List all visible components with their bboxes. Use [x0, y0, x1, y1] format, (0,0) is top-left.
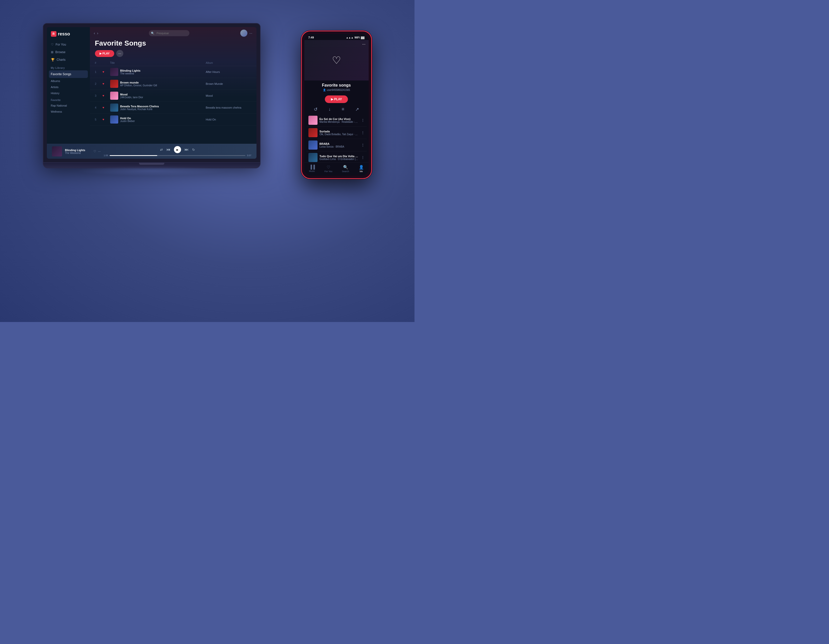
track-number: 2 [95, 82, 102, 85]
search-input[interactable] [149, 30, 189, 36]
table-row[interactable]: 3 ♥ Mood 24KGoldn, Iann Dior [90, 90, 257, 102]
phone-track-thumbnail [308, 116, 318, 125]
track-more-icon[interactable]: ⋮ [361, 118, 365, 122]
prev-button[interactable]: ⏮ [166, 147, 170, 152]
phone-track-name: Surtada [320, 130, 359, 133]
download-icon[interactable]: ↓ [328, 107, 331, 112]
table-row[interactable]: 5 ♥ Hold On Justin Bieber [90, 114, 257, 126]
phone-nav-music[interactable]: ▐▐ Music [309, 165, 315, 173]
col-album: Album [206, 61, 251, 64]
play-label: PLAY [102, 52, 110, 55]
np-controls: ⇄ ⏮ ▶ ⏭ ↻ 1:05 3:07 [104, 146, 251, 157]
np-more-icon[interactable]: ··· [98, 150, 101, 153]
track-number: 3 [95, 94, 102, 97]
playlist-more-button[interactable]: ··· [116, 50, 123, 57]
track-thumbnail [110, 115, 118, 124]
forward-button[interactable]: › [97, 31, 98, 35]
list-item[interactable]: BRABA Luísa Sonza · BRABA ⋮ [306, 139, 367, 151]
shuffle-icon[interactable]: ⇄ [160, 148, 163, 152]
phone-track-sub: Marília Mendonça · Realidade - Ao Vivo E… [320, 121, 359, 123]
logo: R resso [47, 31, 90, 41]
repeat-icon[interactable]: ↻ [192, 148, 195, 152]
phone-track-info: Eu Sei de Cor (Ao Vivo) Marília Mendonça… [320, 118, 359, 123]
phone-actions: ↺ ↓ ≡ ↗ [304, 104, 369, 114]
phone-track-name: Tudo Que Vai um Dia Volta (Ao... [320, 155, 359, 158]
track-info: Bewafa Tera Masoom Chehra Jubin Nautiyal… [110, 104, 206, 112]
progress-track[interactable] [110, 155, 245, 156]
history-icon[interactable]: ↺ [314, 107, 318, 112]
more-menu-button[interactable]: ··· [249, 31, 252, 35]
app-main: R resso ♡ For You ⊞ Browse [47, 27, 257, 144]
list-item[interactable]: Surtada Olk, Dadá Boladão, Tati Zaqui · … [306, 127, 367, 139]
favorite-icon[interactable]: ♥ [102, 82, 110, 85]
np-artist: The Weekend [65, 152, 90, 154]
track-number: 1 [95, 70, 102, 73]
favorite-icon[interactable]: ♥ [102, 70, 110, 74]
track-more-icon[interactable]: ⋮ [361, 156, 365, 159]
phone-nav-me-label: Me [359, 170, 363, 173]
sidebar-item-for-you[interactable]: ♡ For You [47, 41, 90, 48]
sidebar-label-favorite-songs: Favorite Songs [51, 72, 71, 76]
phone-track-info: BRABA Luísa Sonza · BRABA [320, 142, 359, 148]
hero-section: Favorite Songs ▶ PLAY ··· [90, 39, 257, 60]
track-more-icon[interactable]: ⋮ [361, 143, 365, 147]
phone-play-button[interactable]: ▶ PLAY [325, 95, 348, 103]
table-row[interactable]: 1 ♥ Blinding Lights The weeknd [90, 66, 257, 78]
sidebar-item-wellness[interactable]: Wellness [47, 109, 90, 115]
list-item[interactable]: Tudo Que Vai um Dia Volta (Ao... Gusttav… [306, 151, 367, 162]
np-play-button[interactable]: ▶ [174, 146, 181, 153]
share-icon[interactable]: ↗ [355, 107, 359, 112]
sidebar-item-rap-national[interactable]: Rap National [47, 102, 90, 109]
next-button[interactable]: ⏭ [184, 147, 189, 152]
track-album: Mood [206, 94, 251, 97]
filter-icon[interactable]: ≡ [342, 107, 344, 112]
logo-icon: R [51, 31, 57, 37]
table-row[interactable]: 2 ♥ Brown munde AP Dhillon, Gminxr, Guri… [90, 78, 257, 90]
phone-nav-foryou-label: For You [325, 170, 333, 173]
search-wrapper: 🔍 [149, 30, 189, 36]
favorite-icon[interactable]: ♥ [102, 106, 110, 109]
play-button[interactable]: ▶ PLAY [95, 50, 114, 57]
playlist-title: Favorite Songs [95, 39, 251, 47]
phone-nav-search[interactable]: 🔍 Search [342, 165, 349, 173]
track-name: Hold On [120, 117, 135, 120]
phone-track-info: Tudo Que Vai um Dia Volta (Ao... Gusttav… [320, 155, 359, 161]
phone-more-button[interactable]: ··· [362, 42, 366, 47]
col-title: Title [110, 61, 206, 64]
phone-track-sub: Luísa Sonza · BRABA [320, 145, 359, 148]
track-more-icon[interactable]: ⋮ [361, 131, 365, 135]
track-name: Blinding Lights [120, 69, 140, 72]
favorite-icon[interactable]: ♥ [102, 94, 110, 98]
wifi-icon: WiFi [355, 36, 360, 39]
battery-icon: ▓▓ [361, 36, 365, 39]
track-text: Bewafa Tera Masoom Chehra Jubin Nautiyal… [120, 105, 159, 111]
back-button[interactable]: ‹ [94, 31, 95, 35]
phone-nav-for-you[interactable]: ♡ For You [325, 165, 333, 173]
sidebar-item-history[interactable]: History [47, 90, 90, 96]
track-name: Mood [120, 93, 143, 96]
phone-nav-me[interactable]: 👤 Me [359, 165, 364, 173]
phone-track-sub: Olk, Dadá Boladão, Tati Zaqui · Surtada [320, 133, 359, 136]
nav-arrows: ‹ › [94, 31, 98, 35]
progress-bar[interactable]: 1:05 3:07 [104, 154, 251, 157]
phone-tracks: Eu Sei de Cor (Ao Vivo) Marília Mendonça… [304, 114, 369, 162]
sidebar: R resso ♡ For You ⊞ Browse [47, 27, 90, 144]
sidebar-item-browse[interactable]: ⊞ Browse [47, 48, 90, 56]
table-row[interactable]: 4 ♥ Bewafa Tera Masoom Chehra Jubin Naut… [90, 102, 257, 114]
track-text: Brown munde AP Dhillon, Gminxr, Gurinder… [120, 81, 157, 87]
phone-track-sub: Gusttavo Lima · O Embaixador (Ao Vivo) [320, 158, 359, 161]
np-thumbnail [52, 146, 62, 156]
search-nav-icon: 🔍 [343, 165, 348, 170]
sidebar-item-albums[interactable]: Albums [47, 78, 90, 84]
laptop-base [43, 163, 260, 168]
np-heart-icon[interactable]: ♡ [93, 150, 96, 153]
track-info: Blinding Lights The weeknd [110, 68, 206, 76]
sidebar-item-charts[interactable]: 🏆 Charts [47, 56, 90, 63]
list-item[interactable]: Eu Sei de Cor (Ao Vivo) Marília Mendonça… [306, 114, 367, 127]
phone-frame: 7:49 ▲▲▲ WiFi ▓▓ ♡ ··· Favorite songs [301, 31, 372, 179]
track-number: 4 [95, 106, 102, 109]
favorite-icon[interactable]: ♥ [102, 118, 110, 121]
sidebar-item-favorite-songs[interactable]: Favorite Songs [49, 70, 88, 78]
track-thumbnail [110, 91, 118, 100]
sidebar-item-artists[interactable]: Artists [47, 84, 90, 90]
